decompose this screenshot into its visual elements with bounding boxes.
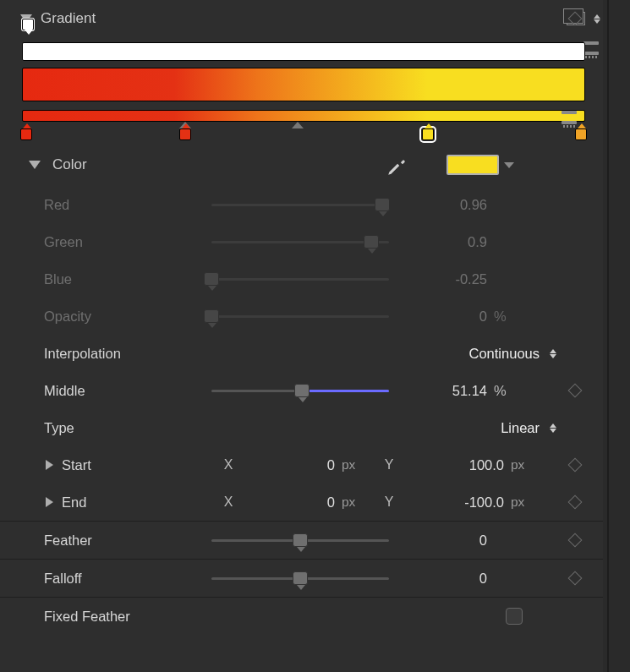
end-x-value[interactable]: 0 [245,494,338,511]
gradient-preview-bar [22,110,585,122]
falloff-keyframe[interactable] [568,571,583,586]
feather-keyframe[interactable] [568,533,583,548]
opacity-tags-btn[interactable] [583,52,599,55]
stop-markers[interactable] [22,123,585,140]
type-value[interactable]: Linear [501,420,540,436]
midpoint-marker[interactable] [292,122,304,128]
eyedropper-icon[interactable] [386,156,404,174]
color-swatch-menu[interactable] [504,162,514,168]
middle-label: Middle [17,383,211,399]
opacity-label: Opacity [17,309,211,325]
green-slider[interactable] [364,235,379,249]
end-disclosure[interactable] [46,497,53,507]
end-y-value[interactable]: -100.0 [406,494,507,511]
start-label: Start [62,457,91,473]
interpolation-label: Interpolation [17,346,211,362]
type-label: Type [17,420,211,436]
color-stop-selected[interactable] [422,128,434,140]
gradient-header: Gradient [41,10,96,27]
start-disclosure[interactable] [46,460,53,470]
falloff-label: Falloff [17,571,211,587]
start-x-unit: px [338,457,372,473]
falloff-slider[interactable] [293,571,308,585]
color-label: Color [52,156,87,173]
green-label: Green [17,234,211,250]
middle-unit: % [490,383,524,399]
color-swatch[interactable] [446,155,499,175]
red-label: Red [17,197,211,213]
feather-value[interactable]: 0 [389,533,490,549]
color-stop[interactable] [20,128,32,140]
opacity-unit: % [490,309,524,325]
opacity-stop[interactable] [22,19,34,30]
gradient-editor[interactable] [0,37,607,144]
blue-value[interactable]: -0.25 [389,271,490,287]
axis-y: Y [372,457,406,473]
axis-y-2: Y [372,494,406,510]
start-y-value[interactable]: 100.0 [406,457,507,473]
fixed-feather-label: Fixed Feather [17,609,211,625]
start-keyframe[interactable] [568,458,583,473]
gradient-preset-stepper[interactable] [594,14,600,24]
axis-x: X [211,457,245,473]
end-y-unit: px [507,494,541,510]
feather-slider[interactable] [293,533,308,547]
color-bar-btn[interactable] [562,111,577,114]
opacity-value[interactable]: 0 [389,309,490,325]
interpolation-value[interactable]: Continuous [469,346,540,362]
color-stop[interactable] [179,128,191,140]
fixed-feather-checkbox[interactable] [506,608,523,625]
middle-value[interactable]: 51.14 [389,383,490,399]
color-stop[interactable] [575,128,587,140]
feather-label: Feather [17,533,211,549]
end-keyframe[interactable] [568,495,583,510]
end-label: End [62,494,86,511]
opacity-gradient-bar[interactable] [22,42,585,61]
start-y-unit: px [507,457,541,473]
interpolation-stepper[interactable] [550,349,556,358]
falloff-value[interactable]: 0 [389,571,490,587]
green-value[interactable]: 0.9 [389,234,490,250]
opacity-slider[interactable] [204,309,219,323]
opacity-bar-btn[interactable] [583,41,599,45]
middle-slider[interactable] [294,384,310,397]
red-slider[interactable] [375,198,390,211]
type-stepper[interactable] [550,423,556,433]
red-value[interactable]: 0.96 [389,197,490,213]
blue-label: Blue [17,271,211,287]
blue-slider[interactable] [204,272,219,286]
end-x-unit: px [338,494,372,510]
start-x-value[interactable]: 0 [245,457,338,473]
color-gradient-bar[interactable] [22,68,585,101]
color-disclosure[interactable] [29,161,41,169]
axis-x-2: X [211,494,245,510]
middle-keyframe[interactable] [568,384,583,398]
